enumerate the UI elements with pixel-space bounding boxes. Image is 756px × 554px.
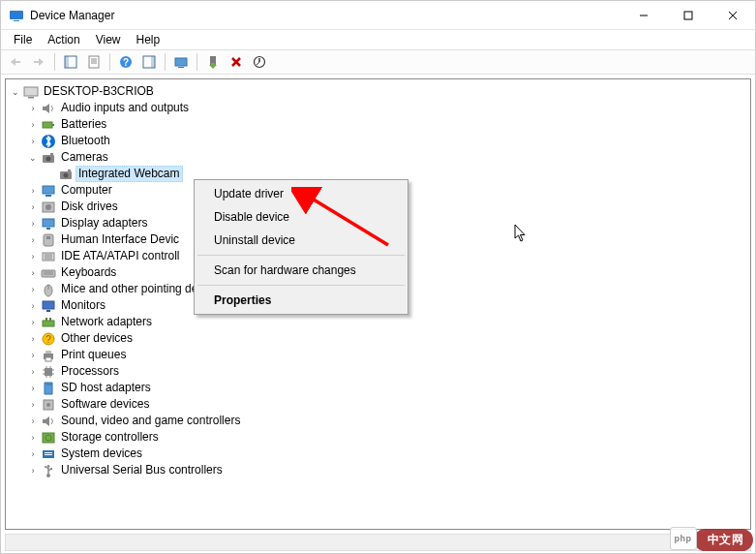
tree-item-label: Human Interface Devic	[58, 231, 182, 248]
context-menu-item[interactable]: Properties	[197, 289, 406, 312]
scan-hardware-button[interactable]	[170, 51, 192, 73]
expand-icon[interactable]: ›	[27, 219, 39, 229]
tree-item-label: Software devices	[58, 396, 152, 413]
tree-category[interactable]: ›Sound, video and game controllers	[10, 413, 750, 429]
toolbar-separator	[54, 53, 55, 71]
tree-category[interactable]: ›Processors	[10, 363, 750, 380]
expand-icon[interactable]: ›	[27, 202, 39, 212]
expand-icon[interactable]: ›	[27, 186, 39, 196]
menu-action[interactable]: Action	[41, 31, 86, 48]
context-menu-item[interactable]: Disable device	[197, 205, 406, 229]
bluetooth-icon	[41, 134, 56, 149]
expand-icon[interactable]: ⌄	[10, 87, 21, 97]
expand-icon[interactable]: ›	[27, 268, 39, 278]
tree-item-label: Monitors	[58, 297, 108, 314]
camera-icon	[58, 167, 74, 182]
show-hide-console-tree-button[interactable]	[60, 51, 81, 73]
menu-file[interactable]: File	[7, 31, 39, 48]
tree-item-label: Display adapters	[58, 215, 150, 231]
tree-category[interactable]: ›Batteries	[10, 116, 750, 133]
toolbar-separator	[109, 53, 110, 71]
minimize-button[interactable]	[621, 1, 666, 29]
storage-icon	[41, 430, 56, 446]
context-menu-item[interactable]: Scan for hardware changes	[197, 259, 406, 282]
help-button[interactable]: ?	[115, 51, 136, 73]
menu-view[interactable]: View	[89, 31, 128, 48]
svg-point-33	[64, 172, 69, 177]
expand-icon[interactable]: ›	[27, 400, 39, 410]
tree-category[interactable]: ›Bluetooth	[10, 133, 750, 149]
expand-icon[interactable]: ›	[27, 120, 39, 130]
svg-rect-3	[684, 12, 692, 19]
tree-category[interactable]: ⌄Cameras	[10, 149, 750, 166]
usb-icon	[41, 463, 56, 478]
expand-icon[interactable]: ›	[27, 318, 39, 327]
menu-help[interactable]: Help	[130, 31, 167, 48]
svg-rect-53	[46, 310, 50, 312]
context-menu-item[interactable]: Update driver	[197, 182, 406, 205]
svg-rect-27	[52, 124, 54, 126]
action-pane-button[interactable]	[138, 51, 160, 73]
expand-icon[interactable]: ›	[27, 285, 39, 294]
expand-icon[interactable]: ⌄	[27, 153, 39, 163]
statusbar	[5, 534, 751, 551]
forward-button[interactable]	[28, 51, 49, 73]
expand-icon[interactable]: ›	[27, 351, 39, 360]
tree-category[interactable]: ›System devices	[10, 446, 750, 462]
expand-icon[interactable]: ›	[27, 416, 39, 426]
svg-point-75	[46, 403, 50, 407]
svg-rect-19	[178, 67, 184, 68]
context-menu-item[interactable]: Uninstall device	[197, 229, 406, 252]
tree-category[interactable]: ›Storage controllers	[10, 429, 750, 446]
svg-rect-6	[15, 61, 20, 63]
uninstall-device-button[interactable]	[226, 51, 247, 73]
properties-button[interactable]	[83, 51, 105, 73]
tree-category[interactable]: ›?Other devices	[10, 330, 750, 347]
tree-root[interactable]: ⌄DESKTOP-B3CRIOB	[10, 83, 750, 100]
svg-rect-18	[175, 58, 187, 66]
other-icon: ?	[41, 331, 56, 347]
expand-icon[interactable]: ›	[27, 334, 39, 344]
tree-category[interactable]: ›SD host adapters	[10, 380, 750, 396]
svg-rect-72	[48, 384, 49, 385]
expand-icon[interactable]: ›	[27, 367, 39, 377]
update-driver-button[interactable]	[202, 51, 224, 73]
expand-icon[interactable]: ›	[27, 449, 39, 459]
svg-rect-60	[45, 351, 51, 354]
expand-icon[interactable]: ›	[27, 235, 39, 245]
expand-icon[interactable]: ›	[27, 466, 39, 476]
tree-item-label: Print queues	[58, 347, 129, 363]
svg-point-30	[46, 156, 51, 161]
tree-category[interactable]: ›Universal Serial Bus controllers	[10, 462, 750, 478]
svg-rect-1	[14, 20, 19, 21]
expand-icon[interactable]: ›	[27, 384, 39, 393]
back-button[interactable]	[5, 51, 26, 73]
context-menu-separator	[197, 285, 405, 286]
svg-rect-55	[45, 318, 47, 321]
tree-category[interactable]: ›Audio inputs and outputs	[10, 100, 750, 116]
tree-category[interactable]: ›Software devices	[10, 396, 750, 413]
svg-rect-41	[44, 234, 53, 246]
svg-rect-84	[50, 468, 52, 470]
svg-rect-79	[45, 452, 52, 453]
expand-icon[interactable]: ›	[27, 433, 39, 443]
close-button[interactable]	[711, 1, 755, 29]
titlebar: Device Manager	[1, 1, 755, 30]
tree-category[interactable]: ›Network adapters	[10, 314, 750, 330]
tree-item-label: Processors	[58, 363, 122, 380]
keyboard-icon	[41, 265, 56, 281]
tree-item-label: Bluetooth	[58, 133, 113, 149]
tree-category[interactable]: ›Print queues	[10, 347, 750, 363]
expand-icon[interactable]: ›	[27, 104, 39, 113]
maximize-button[interactable]	[666, 1, 711, 29]
disable-device-button[interactable]	[249, 51, 270, 73]
expand-icon[interactable]: ›	[27, 252, 39, 262]
svg-rect-36	[45, 195, 51, 197]
svg-rect-40	[46, 228, 50, 230]
expand-icon[interactable]: ›	[27, 137, 39, 146]
tree-item-label: Universal Serial Bus controllers	[58, 462, 226, 478]
tree-item-label: DESKTOP-B3CRIOB	[41, 83, 157, 100]
svg-rect-56	[49, 318, 51, 321]
expand-icon[interactable]: ›	[27, 301, 39, 311]
menubar: File Action View Help	[1, 30, 755, 49]
